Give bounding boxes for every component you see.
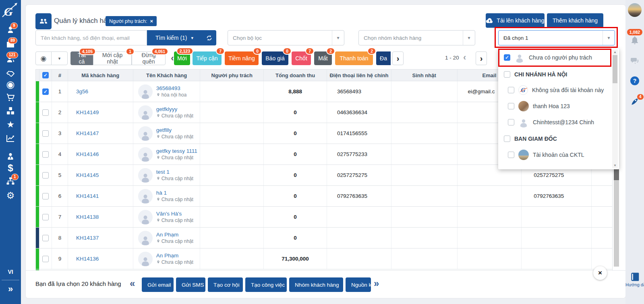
tab-potential[interactable]: Tiềm năng 0 xyxy=(225,51,259,65)
table-row[interactable]: 7 KH14138 Văn's Hà's Chưa cập nhật 0 xyxy=(36,207,612,228)
tab-lost[interactable]: Mất 2 xyxy=(314,51,332,65)
customer-name-link[interactable]: 36568493 xyxy=(156,85,187,92)
customer-code-link[interactable]: KH14138 xyxy=(76,214,99,220)
refresh-button[interactable] xyxy=(202,30,216,45)
add-customer-button[interactable]: Thêm khách hàng xyxy=(547,13,603,28)
view-mode-button[interactable]: ◉ xyxy=(35,51,52,65)
customer-name-link[interactable]: An Phạm xyxy=(156,231,193,238)
assignee-filter-chip[interactable]: Người phụ trách: × xyxy=(106,16,157,26)
scroll-down-icon[interactable]: ▼ xyxy=(612,164,618,167)
customer-code-link[interactable]: 3g56 xyxy=(76,88,88,94)
actions-scroll-right-button[interactable]: » xyxy=(374,278,379,289)
customer-group-button[interactable]: Nhóm khách hàng xyxy=(289,277,343,292)
dropdown-item-chinhtesst[interactable]: Chinhtesst@1234 Chinh xyxy=(508,114,619,130)
upload-customers-button[interactable]: Tải lên khách hàng xyxy=(486,13,545,28)
customer-name-link[interactable]: getfky tessy 1111 xyxy=(156,148,197,154)
item-checkbox[interactable] xyxy=(508,103,514,109)
sidebar-collapse-button[interactable]: » xyxy=(0,284,21,294)
table-row[interactable]: 6 KH14141 hà 1 Chưa cập nhật 0 079276363… xyxy=(36,186,612,207)
customer-code-link[interactable]: KH14145 xyxy=(76,172,99,178)
language-toggle[interactable]: VI xyxy=(0,269,21,275)
row-checkbox[interactable] xyxy=(42,172,49,179)
item-checkbox[interactable] xyxy=(508,152,514,158)
scrollbar-thumb[interactable] xyxy=(614,169,619,180)
item-checkbox[interactable] xyxy=(508,87,514,93)
customer-group-select[interactable]: Chọn nhóm khách hàng ▾ xyxy=(358,30,475,45)
tab-all[interactable]: Tất cả 4,105 xyxy=(70,51,93,65)
sidebar-item-favorites[interactable]: ★ xyxy=(0,119,21,130)
send-email-button[interactable]: Gửi email xyxy=(142,277,174,292)
sidebar-item-finance[interactable]: $ xyxy=(0,162,21,174)
module-button[interactable] xyxy=(35,13,52,29)
customer-name-link[interactable]: hà 1 xyxy=(156,189,193,196)
send-sms-button[interactable]: Gửi SMS xyxy=(176,277,205,292)
tab-new[interactable]: Mới 2,123 xyxy=(174,51,190,65)
chat-button[interactable] xyxy=(625,56,644,66)
dropdown-item-thanh-hoa[interactable]: thanh Hoa 123 xyxy=(508,98,619,114)
table-vertical-scrollbar[interactable] xyxy=(614,169,619,267)
sidebar-item-customers[interactable]: 121 xyxy=(0,54,21,64)
row-checkbox[interactable] xyxy=(42,193,49,199)
customer-code-link[interactable]: KH14141 xyxy=(76,193,99,199)
sidebar-item-contacts[interactable]: 9 xyxy=(0,25,21,35)
dropdown-scrollbar-thumb[interactable] xyxy=(613,55,617,83)
filter-select[interactable]: Chọn bộ lọc ▾ xyxy=(228,30,344,45)
tab-recently-updated[interactable]: Mới cập nhật 1 xyxy=(93,51,132,65)
sidebar-item-organization[interactable]: 1 xyxy=(0,177,21,186)
customer-code-link[interactable]: KH14136 xyxy=(76,256,99,262)
view-mode-caret-button[interactable]: ▾ xyxy=(51,51,68,65)
customer-name-link[interactable]: getfllly xyxy=(156,127,193,134)
dropdown-item-cktl[interactable]: Tài khoản của CKTL xyxy=(508,147,619,163)
scroll-up-icon[interactable]: ▲ xyxy=(612,50,618,54)
customer-code-link[interactable]: KH14137 xyxy=(76,235,99,241)
tab-da-truncated[interactable]: Đa xyxy=(376,51,391,65)
customer-name-link[interactable]: An Phạm xyxy=(156,252,193,259)
guide-button[interactable]: Hướng dẫn xyxy=(625,272,644,287)
customer-name-link[interactable]: test 1 xyxy=(156,168,193,175)
sidebar-item-targets[interactable]: ◉ xyxy=(0,79,21,90)
customer-code-link[interactable]: KH14147 xyxy=(76,130,99,136)
sidebar-item-deals[interactable] xyxy=(0,69,21,79)
tab-payment[interactable]: Thanh toán 2 xyxy=(335,51,373,65)
row-checkbox[interactable] xyxy=(42,151,49,158)
sidebar-item-products[interactable] xyxy=(0,106,21,116)
dropdown-item-account-locked[interactable]: G Không sửa đổi tài khoản này xyxy=(508,82,619,98)
group-checkbox[interactable] xyxy=(504,71,510,78)
table-row[interactable]: 8 KH14137 An Phạm Chưa cập nhật 0 xyxy=(36,228,612,249)
help-button[interactable]: ? xyxy=(625,76,644,85)
close-selection-button[interactable]: × xyxy=(593,266,607,280)
app-logo[interactable]: G xyxy=(0,2,21,19)
row-checkbox[interactable] xyxy=(42,214,49,220)
tab-closed[interactable]: Chốt 7 xyxy=(292,51,311,65)
tab-approach[interactable]: Tiếp cận 7 xyxy=(193,51,222,65)
customer-name-link[interactable]: Văn's Hà's xyxy=(156,210,193,217)
actions-scroll-left-button[interactable]: « xyxy=(130,278,135,289)
dropdown-item-unassigned[interactable]: ✓ Chưa có người phụ trách xyxy=(504,49,617,66)
chip-close-icon[interactable]: × xyxy=(150,18,153,24)
dropdown-group-board[interactable]: BAN GIAM ĐỐC xyxy=(504,131,617,147)
whats-new-button[interactable]: 4 xyxy=(625,97,644,107)
table-row[interactable]: 9 KH14136 An Phạm Chưa cập nhật 71,300,0… xyxy=(36,249,612,269)
create-opportunity-button[interactable]: Tạo cơ hội xyxy=(208,277,243,292)
assignee-select[interactable]: Đã chọn 1 ▾ xyxy=(498,30,615,45)
select-all-checkbox[interactable]: ✓ xyxy=(42,72,49,78)
notifications-button[interactable] xyxy=(625,35,644,45)
row-checkbox[interactable] xyxy=(42,109,49,116)
dropdown-scrollbar[interactable]: ▲ ▼ xyxy=(612,49,618,168)
pagination-prev-button[interactable]: ‹ xyxy=(463,52,466,63)
group-checkbox[interactable] xyxy=(504,136,510,142)
user-avatar-button[interactable] xyxy=(625,3,644,18)
tab-dont-forget[interactable]: Đừng quên 4,051 xyxy=(132,51,166,65)
sidebar-item-files[interactable]: 89 xyxy=(0,40,21,49)
sidebar-item-staff[interactable] xyxy=(0,152,21,161)
tab-quote[interactable]: Báo giá 0 xyxy=(262,51,288,65)
customer-name-link[interactable]: getfklyyy xyxy=(156,106,193,113)
search-input[interactable] xyxy=(35,30,147,45)
dropdown-group-hanoi-branch[interactable]: CHI NHÁNH HÀ NỘI xyxy=(504,66,617,82)
item-checkbox[interactable]: ✓ xyxy=(504,54,510,61)
sidebar-item-settings[interactable]: ⚙ xyxy=(0,190,21,201)
create-task-button[interactable]: Tạo công việc xyxy=(245,277,287,292)
customer-code-link[interactable]: KH14146 xyxy=(76,151,99,157)
customer-code-link[interactable]: KH14149 xyxy=(76,109,99,115)
row-checkbox[interactable] xyxy=(42,256,49,262)
